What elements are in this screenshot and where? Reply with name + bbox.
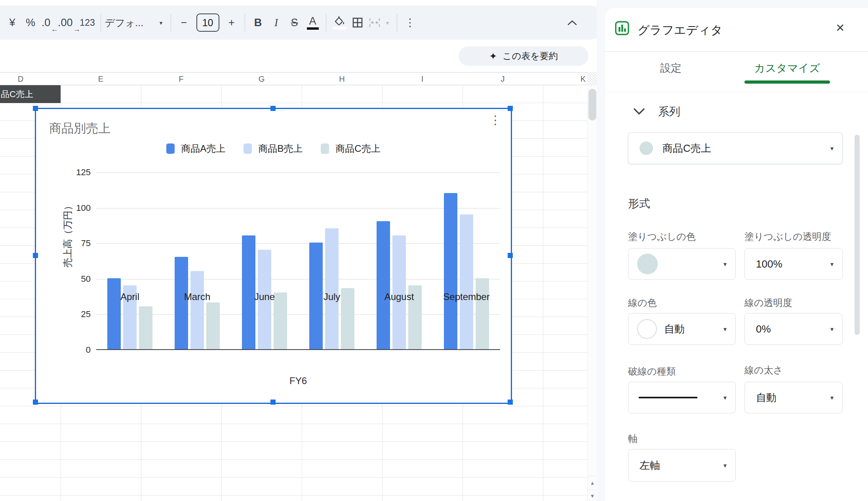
toolbar-divider <box>397 14 397 31</box>
column-header-J[interactable]: J <box>501 73 505 86</box>
bar-商品B売上-July <box>325 228 339 349</box>
line-color-select[interactable]: 自動 ▾ <box>628 313 736 345</box>
caret-down-icon: ▾ <box>723 260 727 268</box>
selection-handle[interactable] <box>270 400 276 405</box>
summarize-table-button[interactable]: ✦ この表を要約 <box>459 46 588 66</box>
selection-handle[interactable] <box>270 106 276 111</box>
line-thickness-select[interactable]: 自動 ▾ <box>744 382 843 413</box>
fill-opacity-label: 塗りつぶしの透明度 <box>744 230 831 243</box>
bar-商品A売上-July <box>309 243 323 349</box>
column-header-E[interactable]: E <box>98 73 103 86</box>
fill-opacity-value: 100% <box>756 258 782 270</box>
font-family-select[interactable]: デフォ... <box>105 13 156 32</box>
customize-tab-content: 系列 商品C売上 ▾ 形式 塗りつぶしの色 塗りつぶしの透明度 ▾ 100% ▾… <box>605 92 868 501</box>
y-tick-label: 125 <box>63 167 91 178</box>
series-select-value: 商品C売上 <box>662 142 711 155</box>
fill-opacity-select[interactable]: 100% ▾ <box>744 248 843 280</box>
summarize-table-label: この表を要約 <box>503 50 558 62</box>
line-thickness-value: 自動 <box>756 391 777 405</box>
bold-button[interactable]: B <box>249 13 267 32</box>
axis-label: 軸 <box>628 432 638 445</box>
sheet-scrollbar-thumb[interactable] <box>588 89 596 120</box>
column-header-D[interactable]: D <box>18 73 23 86</box>
strikethrough-icon: S <box>291 17 298 29</box>
toolbar-overflow-button[interactable]: ⋮ <box>401 13 419 32</box>
tab-customize[interactable]: カスタマイズ <box>754 61 820 75</box>
chart-gridline <box>96 314 500 315</box>
selection-handle[interactable] <box>508 400 513 405</box>
tab-settings[interactable]: 設定 <box>660 61 681 75</box>
formatting-toolbar: ¥ % .0← .00→ 123 デフォ... ▾ − 10 + B I S A <box>0 6 607 40</box>
x-tick-label: August <box>385 291 414 302</box>
borders-button[interactable] <box>348 13 367 32</box>
caret-down-icon: ▾ <box>830 145 834 152</box>
toolbar-divider <box>326 14 326 31</box>
toolbar-divider <box>245 14 245 31</box>
bar-商品C売上-June <box>274 293 287 349</box>
sheet-vertical-scrollbar[interactable]: ▲ ▼ <box>587 86 597 501</box>
borders-icon <box>352 17 363 28</box>
legend-label: 商品B売上 <box>258 142 303 155</box>
series-section-heading: 系列 <box>658 104 680 119</box>
bar-商品B売上-March <box>190 271 204 349</box>
grid-vline <box>543 72 543 501</box>
chevron-down-icon[interactable] <box>633 107 645 115</box>
increase-decimal-icon: .00 <box>58 17 73 29</box>
selected-cell-d1[interactable]: 品C売上 <box>0 85 61 103</box>
font-size-input[interactable]: 10 <box>196 13 219 32</box>
increase-decimal-button[interactable]: .00→ <box>58 13 78 32</box>
text-color-button[interactable]: A <box>304 13 322 32</box>
selection-handle[interactable] <box>508 106 513 111</box>
more-formats-button[interactable]: 123 <box>78 13 97 32</box>
embedded-chart[interactable]: 商品別売上 ⋮ 商品A売上商品B売上商品C売上 売上高（万円） 02550751… <box>35 108 512 404</box>
italic-button[interactable]: I <box>267 13 286 32</box>
caret-down-icon: ▾ <box>723 325 727 333</box>
fill-color-select[interactable]: ▾ <box>628 248 736 280</box>
legend-item: 商品A売上 <box>166 142 225 155</box>
y-tick-label: 75 <box>63 238 91 249</box>
column-header-F[interactable]: F <box>179 73 183 86</box>
font-family-caret-icon[interactable]: ▾ <box>156 13 167 32</box>
strikethrough-button[interactable]: S <box>286 13 304 32</box>
column-header-H[interactable]: H <box>339 73 345 86</box>
axis-select[interactable]: 左軸 ▾ <box>628 449 736 482</box>
panel-scrollbar-thumb[interactable] <box>855 135 860 335</box>
fill-color-button[interactable] <box>330 13 348 32</box>
chart-menu-icon[interactable]: ⋮ <box>489 113 501 127</box>
decrease-font-size-button[interactable]: − <box>175 13 193 32</box>
percent-format-button[interactable]: % <box>21 13 40 32</box>
decrease-decimal-button[interactable]: .0← <box>40 13 58 32</box>
merge-cells-caret-icon[interactable]: ▾ <box>383 13 393 32</box>
close-panel-button[interactable]: ✕ <box>836 21 845 34</box>
series-select[interactable]: 商品C売上 ▾ <box>628 132 843 164</box>
chart-title: 商品別売上 <box>49 120 110 137</box>
chart-gridline <box>96 172 500 173</box>
selection-handle[interactable] <box>508 253 513 258</box>
merge-cells-button[interactable] <box>367 13 383 32</box>
legend-label: 商品C売上 <box>335 142 380 155</box>
line-color-swatch <box>637 319 657 339</box>
chart-gridline <box>96 243 500 244</box>
legend-swatch <box>321 143 329 154</box>
legend-swatch <box>244 143 252 154</box>
column-header-G[interactable]: G <box>259 73 265 86</box>
collapse-toolbar-button[interactable] <box>563 13 581 32</box>
sparkle-icon: ✦ <box>489 51 497 62</box>
caret-down-icon: ▾ <box>830 260 834 268</box>
selection-handle[interactable] <box>33 106 38 111</box>
dash-type-select[interactable]: ▾ <box>628 382 736 413</box>
column-header-row: DEFGHIJK <box>0 72 587 85</box>
toolbar-divider <box>101 14 101 31</box>
selection-handle[interactable] <box>33 400 38 405</box>
currency-format-button[interactable]: ¥ <box>3 13 21 32</box>
line-opacity-select[interactable]: 0% ▾ <box>744 313 843 345</box>
scroll-up-button[interactable]: ▲ <box>588 480 597 486</box>
scroll-down-button[interactable]: ▼ <box>588 493 597 499</box>
column-header-K[interactable]: K <box>581 73 586 86</box>
grid-edge-hatch <box>587 72 597 86</box>
bar-商品C売上-March <box>206 302 220 349</box>
fill-color-swatch <box>637 254 658 274</box>
selection-handle[interactable] <box>33 253 38 258</box>
increase-font-size-button[interactable]: + <box>223 13 241 32</box>
column-header-I[interactable]: I <box>421 73 424 86</box>
